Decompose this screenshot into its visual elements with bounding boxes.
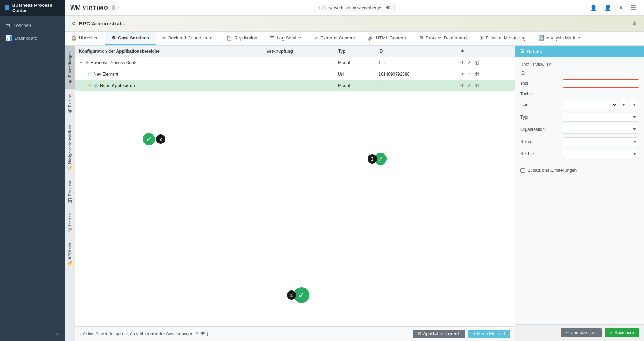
field-organisation: Organisation: bbox=[520, 125, 639, 134]
save-label: Speichern bbox=[615, 330, 634, 335]
col-verknuepfung: Verknüpfung bbox=[263, 46, 334, 57]
row-bpc-delete-btn[interactable]: 🗑 bbox=[474, 60, 480, 66]
row-new-delete-btn[interactable]: 🗑 bbox=[474, 82, 480, 89]
right-panel-footer: ↩ Zurücksetzen ✓ Speichern bbox=[515, 324, 644, 341]
user-icon-1[interactable]: 👤 bbox=[588, 3, 599, 13]
table-header-row: Konfiguration der Applikationsbereiche V… bbox=[75, 46, 515, 57]
tab-process-monitoring-label: Process Monitoring bbox=[486, 35, 525, 41]
text-input[interactable] bbox=[563, 79, 639, 88]
save-button[interactable]: ✓ Speichern bbox=[605, 328, 639, 337]
row-nav-open-btn[interactable]: ↗ bbox=[466, 71, 472, 77]
tab-external-content-icon: ↗ bbox=[314, 35, 318, 41]
organisation-label: Organisation: bbox=[520, 127, 560, 132]
user-icon-2[interactable]: 👤 bbox=[602, 3, 614, 13]
trash-icon: 🗑 bbox=[6, 22, 11, 28]
vtab-backups[interactable]: 💾 Backups bbox=[65, 176, 75, 208]
vtab-backups-label: Backups bbox=[68, 181, 72, 196]
sidebar-item-loeschen-label: Löschen bbox=[14, 23, 31, 28]
vtab-einstellungen[interactable]: ⚙ Einstellungen bbox=[65, 46, 75, 89]
id-label: ID: bbox=[520, 71, 560, 76]
new-star-icon: ★ bbox=[87, 83, 92, 88]
vtab-navigationseinstellung-icon: 🧭 bbox=[67, 166, 72, 171]
icon-arrow-down-1[interactable]: ▼ bbox=[619, 100, 628, 109]
tab-log-service[interactable]: ☰ Log Service bbox=[264, 32, 308, 45]
row-bpc-typ: Modul bbox=[335, 57, 375, 68]
icon-select-group: ▼ ▼ bbox=[563, 100, 639, 109]
field-rechte: Rechte: bbox=[520, 150, 639, 158]
vtab-api-keys[interactable]: 🔑 API Keys bbox=[65, 238, 75, 271]
tab-replication[interactable]: 📋 Replication bbox=[220, 32, 264, 45]
sidebar-collapse-button[interactable]: « bbox=[0, 327, 65, 341]
vtab-indizes[interactable]: 📊 Indizes bbox=[65, 208, 75, 238]
sidebar-item-loeschen[interactable]: 🗑 Löschen bbox=[0, 19, 65, 32]
row-new-open-btn[interactable]: ↗ bbox=[466, 82, 472, 89]
vtab-plugins[interactable]: 🔌 Plugins bbox=[65, 89, 75, 119]
sidebar-item-dashboard-label: Dashboard bbox=[15, 35, 38, 41]
tab-overview-icon: 🏠 bbox=[71, 35, 77, 41]
menu-icon[interactable]: ☰ bbox=[628, 3, 638, 13]
sidebar-title-text: Business Process Center bbox=[12, 3, 60, 13]
field-text: Text: bbox=[520, 79, 639, 88]
table-row: ▼ ⊞ Business Process Center Modul bbox=[75, 57, 515, 68]
tab-process-monitoring-icon: ⊞ bbox=[479, 35, 483, 41]
icon-select-1[interactable] bbox=[563, 100, 617, 109]
reset-icon: ↩ bbox=[566, 330, 569, 335]
vtab-indizes-icon: 📊 bbox=[67, 228, 72, 233]
eye-icon: 👁 bbox=[460, 72, 465, 77]
tab-analysis-module-label: Analysis Module bbox=[546, 35, 580, 41]
sidebar-item-dashboard[interactable]: 📊 Dashboard bbox=[0, 32, 65, 44]
right-panel-header: ☰ Details: bbox=[515, 46, 644, 57]
tab-analysis-module[interactable]: 🔄 Analysis Module bbox=[532, 32, 587, 45]
topbar-logo: WM VIRTIMO ⚙ ··· bbox=[70, 4, 121, 11]
reset-button[interactable]: ↩ Zurücksetzen bbox=[561, 328, 602, 337]
vtab-api-keys-label: API Keys bbox=[68, 243, 72, 259]
table-row: ◎ Nav Element Url 1614690792386 bbox=[75, 68, 515, 80]
info-icon: ℹ bbox=[318, 5, 320, 10]
organisation-select[interactable] bbox=[563, 125, 639, 134]
tab-html-content[interactable]: 🔊 HTML Content bbox=[361, 32, 412, 45]
table-scroll[interactable]: Konfiguration der Applikationsbereiche V… bbox=[75, 46, 515, 326]
tab-core-services[interactable]: ⚙ Core Services bbox=[105, 32, 156, 45]
icon-arrow-down-2[interactable]: ▼ bbox=[630, 100, 639, 109]
sidebar-title: Business Process Center bbox=[0, 0, 65, 16]
vtab-plugins-label: Plugins bbox=[68, 94, 72, 107]
applikationsbereich-button[interactable]: ⚙ Applikationsbereich bbox=[413, 330, 465, 338]
field-id: ID: bbox=[520, 71, 639, 76]
page-settings-button[interactable]: ⚙ bbox=[632, 20, 637, 27]
row-new-id: ↕ bbox=[375, 80, 456, 91]
table-area: Konfiguration der Applikationsbereiche V… bbox=[75, 46, 515, 341]
reset-label: Zurücksetzen bbox=[571, 330, 597, 335]
tab-backend-connections-icon: ✏ bbox=[162, 35, 166, 41]
tab-process-dashboard-icon: 🖥 bbox=[419, 35, 423, 41]
expand-icon[interactable]: ▼ bbox=[79, 60, 83, 65]
tab-process-dashboard-label: Process Dashboard bbox=[426, 35, 467, 41]
close-icon[interactable]: ✕ bbox=[616, 3, 625, 13]
rollen-label: Rollen: bbox=[520, 139, 560, 144]
tab-process-dashboard[interactable]: 🖥 Process Dashboard bbox=[412, 32, 473, 45]
rollen-select[interactable] bbox=[563, 137, 639, 146]
row-bpc-id: 1 ↕ bbox=[375, 57, 456, 68]
col-typ: Typ bbox=[335, 46, 375, 57]
table-footer: ( Aktive Anwendungen: 2, Anzahl lizensie… bbox=[75, 326, 515, 341]
col-visibility: 👁 bbox=[457, 46, 515, 57]
row-nav-delete-btn[interactable]: 🗑 bbox=[474, 71, 480, 77]
rechte-label: Rechte: bbox=[520, 151, 560, 156]
rechte-select[interactable] bbox=[563, 150, 639, 158]
row-bpc-open-btn[interactable]: ↗ bbox=[466, 60, 472, 66]
topbar-actions: 👤 👤 ✕ ☰ bbox=[588, 3, 638, 13]
row-new-label: Neue Applikation bbox=[100, 83, 135, 88]
tab-backend-connections[interactable]: ✏ Backend Connections bbox=[156, 32, 220, 45]
sidebar-nav: 🗑 Löschen 📊 Dashboard bbox=[0, 16, 65, 327]
vtab-navigationseinstellung[interactable]: 🧭 Navigationseinstellung bbox=[65, 119, 75, 176]
vtab-indizes-label: Indizes bbox=[68, 213, 72, 226]
vtab-plugins-icon: 🔌 bbox=[67, 109, 72, 114]
tab-external-content[interactable]: ↗ External Content bbox=[308, 32, 361, 45]
typ-select[interactable] bbox=[563, 113, 639, 122]
tab-process-monitoring[interactable]: ⊞ Process Monitoring bbox=[473, 32, 532, 45]
status-text: Serververbindung wiederhergestellt bbox=[322, 5, 390, 10]
field-tooltip: Tooltip: bbox=[520, 91, 639, 96]
tab-overview[interactable]: 🏠 Übersicht bbox=[65, 32, 105, 45]
additional-settings-checkbox[interactable] bbox=[520, 168, 525, 173]
menu-element-button[interactable]: + Menu Element bbox=[468, 330, 510, 338]
row-bpc-name: ▼ ⊞ Business Process Center bbox=[75, 57, 263, 68]
